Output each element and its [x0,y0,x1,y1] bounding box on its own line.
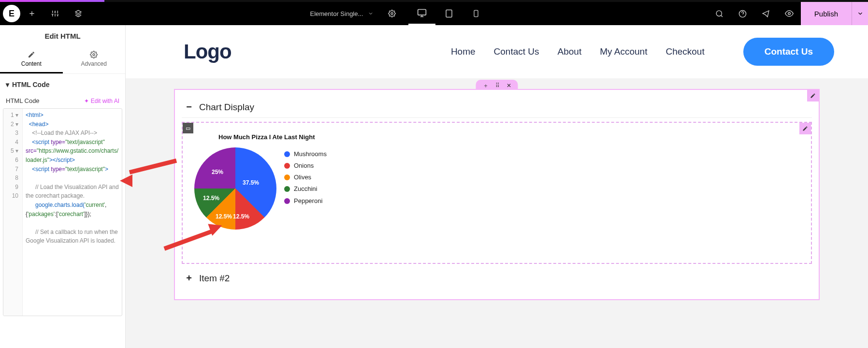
preview-canvas: Logo Home Contact Us About My Account Ch… [126,25,868,348]
legend-item: Pepperoni [284,196,327,206]
publish-options-button[interactable] [852,2,868,25]
legend-label: Mushrooms [294,149,327,159]
elementor-logo-icon[interactable]: E [3,5,20,22]
legend-label: Onions [294,161,314,171]
svg-point-11 [93,54,95,56]
elementor-section[interactable]: − Chart Display ▭ How Much Pizza I Ate L… [174,89,820,300]
pencil-icon [28,51,35,58]
help-button[interactable] [731,2,754,25]
svg-point-0 [391,13,393,14]
svg-rect-4 [474,10,478,16]
accordion-item-1-body[interactable]: ▭ How Much Pizza I Ate Last Night 37.5% … [182,122,812,264]
primary-nav: Home Contact Us About My Account Checkou… [451,46,705,57]
add-element-button[interactable] [20,2,43,25]
legend-label: Olives [294,173,311,182]
app-topbar: E Elementor Single... Publish [0,2,868,25]
legend-label: Pepperoni [294,196,322,206]
slice-label-pepperoni: 25% [212,169,223,175]
accordion-item-2-header[interactable]: + Item #2 [182,268,812,289]
edit-section-button[interactable] [807,90,819,102]
nav-contact[interactable]: Contact Us [494,46,539,57]
device-mobile[interactable] [463,2,490,25]
accordion-item-1-header[interactable]: − Chart Display [182,97,812,118]
page-settings-button[interactable] [380,2,404,25]
legend-item: Mushrooms [284,149,327,159]
pie-chart: 37.5% 12.5% 12.5% 12.5% 25% [194,147,276,230]
responsive-devices [408,2,490,25]
html-code-editor[interactable]: 1 ▾2 ▾345 ▾678910 <html> <head> <!--Load… [3,108,122,316]
svg-point-6 [716,11,722,16]
template-selector-label: Elementor Single... [310,10,363,17]
chevron-down-icon [368,11,374,16]
publish-button[interactable]: Publish [801,2,852,25]
device-desktop[interactable] [408,2,435,25]
chart-legend: MushroomsOnionsOlivesZucchiniPepperoni [284,147,327,230]
site-settings-button[interactable] [43,2,67,25]
plus-icon: + [185,273,193,284]
structure-button[interactable] [67,2,90,25]
editor-panel: Edit HTML Content Advanced ▾ HTML Code H… [0,25,126,348]
site-logo: Logo [184,40,231,63]
slice-label-onions: 12.5% [233,213,249,220]
slice-label-zucchini: 12.5% [203,195,219,202]
site-header: Logo Home Contact Us About My Account Ch… [126,25,868,78]
nav-checkout[interactable]: Checkout [665,46,704,57]
nav-about[interactable]: About [558,46,582,57]
minus-icon: − [185,102,193,113]
edit-widget-button[interactable] [799,123,811,134]
nav-home[interactable]: Home [451,46,476,57]
legend-item: Onions [284,161,327,171]
tab-advanced[interactable]: Advanced [63,46,126,73]
device-tablet[interactable] [435,2,463,25]
section-add-button[interactable]: ＋ [483,82,489,90]
svg-rect-2 [446,10,452,17]
tab-content[interactable]: Content [0,46,63,73]
template-selector[interactable]: Elementor Single... [303,10,380,17]
nav-account[interactable]: My Account [600,46,647,57]
header-cta-button[interactable]: Contact Us [743,38,834,66]
svg-rect-1 [418,9,426,15]
panel-title: Edit HTML [0,25,125,46]
pie-chart-widget: How Much Pizza I Ate Last Night 37.5% 12… [188,128,400,258]
preview-button[interactable] [778,2,801,25]
edit-with-ai-link[interactable]: ✦Edit with AI [84,98,119,104]
accordion-item-2-title: Item #2 [199,273,230,284]
legend-swatch [284,198,290,204]
legend-item: Olives [284,173,327,182]
caret-down-icon: ▾ [6,81,9,88]
gear-icon [90,51,98,58]
accordion-item-1-title: Chart Display [199,102,254,113]
chart-title: How Much Pizza I Ate Last Night [218,133,395,141]
whats-new-button[interactable] [754,2,778,25]
field-label-html-code: HTML Code [6,97,40,104]
section-drag-handle[interactable]: ⠿ [495,82,500,89]
legend-swatch [284,151,290,157]
svg-point-10 [788,13,791,15]
section-html-code[interactable]: ▾ HTML Code [0,74,125,93]
code-body[interactable]: <html> <head> <!--Load the AJAX API--> <… [23,109,122,316]
finder-search-button[interactable] [708,2,731,25]
legend-label: Zucchini [294,184,317,194]
section-delete-button[interactable]: ✕ [506,82,511,89]
legend-swatch [284,163,290,169]
slice-label-mushrooms: 37.5% [243,179,259,186]
column-handle[interactable]: ▭ [183,123,193,133]
legend-item: Zucchini [284,184,327,194]
legend-swatch [284,174,290,180]
slice-label-olives: 12.5% [216,213,232,220]
svg-line-7 [721,15,723,16]
sparkle-icon: ✦ [84,98,89,104]
legend-swatch [284,186,290,192]
